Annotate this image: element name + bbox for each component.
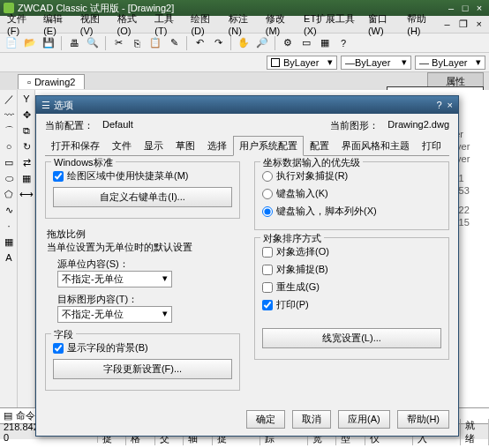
dialog-buttons: 确定 取消 应用(A) 帮助(H)	[36, 403, 458, 436]
cmd-icon: ▤	[4, 410, 12, 422]
apply-button[interactable]: 应用(A)	[338, 410, 390, 429]
new-icon[interactable]: 📄	[4, 35, 19, 51]
point-icon[interactable]: ·	[2, 219, 16, 233]
chk-sort-regen[interactable]: 重生成(G)	[262, 280, 441, 294]
match-icon[interactable]: ✎	[166, 35, 182, 51]
radio-keyboard[interactable]: 键盘输入(K)	[262, 187, 441, 200]
open-icon[interactable]: 📂	[22, 35, 38, 51]
linetype-select[interactable]: — ByLayer ▾	[341, 56, 411, 70]
sb-ready[interactable]: 就绪	[461, 419, 489, 445]
dialog-help-icon[interactable]: ?	[436, 100, 441, 110]
tool3-icon[interactable]: ▦	[317, 35, 333, 51]
dialog-title: 选项	[54, 99, 73, 112]
menu-et[interactable]: ET扩展工具(X)	[300, 11, 363, 38]
pan-icon[interactable]: ✋	[236, 35, 252, 51]
chk-field-bg[interactable]: 显示字段的背景(B)	[53, 341, 232, 355]
tab-draft[interactable]: 草图	[169, 136, 201, 155]
group-drag-scale: 拖放比例 当单位设置为无单位时的默认设置 源单位内容(S)： 不指定-无单位▾ …	[45, 226, 240, 325]
dialog-icon: ☰	[41, 100, 50, 111]
ok-button[interactable]: 确定	[246, 410, 285, 429]
zoom-icon[interactable]: 🔎	[254, 35, 270, 51]
menu-modify[interactable]: 修改(M)	[262, 11, 298, 38]
src-unit-select[interactable]: 不指定-无单位▾	[57, 271, 172, 287]
tgt-unit-select[interactable]: 不指定-无单位▾	[57, 306, 172, 323]
undo-icon[interactable]: ↶	[192, 35, 207, 51]
spline-icon[interactable]: ∿	[2, 203, 16, 217]
tab-profiles[interactable]: 配置	[304, 136, 335, 155]
radio-osnap[interactable]: 执行对象捕捉(R)	[262, 169, 441, 183]
tab-user-pref[interactable]: 用户系统配置	[233, 136, 304, 156]
properties-toolbar: ByLayer ▾ — ByLayer ▾ — ByLayer ▾	[0, 53, 489, 72]
print-icon[interactable]: 🖶	[66, 35, 82, 51]
doc-tab-drawing2[interactable]: ▫ Drawing2	[18, 74, 85, 89]
tab-open-save[interactable]: 打开和保存	[45, 136, 106, 155]
maximize-icon[interactable]: □	[459, 3, 471, 13]
cut-icon[interactable]: ✂	[110, 35, 126, 51]
text-icon[interactable]: A	[2, 250, 16, 265]
pline-icon[interactable]: 〰	[2, 108, 16, 122]
cancel-button[interactable]: 取消	[292, 410, 331, 429]
tool-icon[interactable]: ⚙	[280, 35, 296, 51]
paste-icon[interactable]: 📋	[147, 35, 163, 51]
dialog-close-icon[interactable]: ×	[448, 100, 453, 110]
group-fields: 字段 显示字段的背景(B) 字段更新设置(F)...	[45, 333, 240, 391]
mirror-icon[interactable]: ⇄	[19, 155, 34, 169]
ellipse-icon[interactable]: ⬭	[2, 171, 16, 185]
src-unit-label: 源单位内容(S)：	[57, 258, 238, 271]
menu-format[interactable]: 格式(O)	[114, 11, 150, 38]
close-icon[interactable]: ×	[473, 3, 485, 13]
rect-icon[interactable]: ▭	[2, 155, 16, 169]
current-profile-label: 当前配置：	[45, 119, 94, 132]
hatch-icon[interactable]: ▦	[2, 235, 16, 249]
tab-print[interactable]: 打印	[416, 136, 448, 155]
menu-file[interactable]: 文件(F)	[4, 11, 38, 38]
dim-icon[interactable]: ⟷	[19, 187, 34, 201]
menu-edit[interactable]: 编辑(E)	[40, 11, 75, 38]
doc-minimize-icon[interactable]: –	[440, 17, 453, 32]
tab-display[interactable]: 显示	[138, 136, 169, 155]
tab-theme[interactable]: 界面风格和主题	[335, 136, 416, 155]
help-button[interactable]: 帮助(H)	[397, 410, 449, 429]
doc-restore-icon[interactable]: ❐	[455, 17, 471, 32]
doc-tab-label: Drawing2	[34, 77, 75, 87]
btn-field-update[interactable]: 字段更新设置(F)...	[53, 359, 232, 379]
tab-files[interactable]: 文件	[106, 136, 138, 155]
tab-select[interactable]: 选择	[201, 136, 233, 155]
copy2-icon[interactable]: ⧉	[19, 123, 34, 138]
redo-icon[interactable]: ↷	[210, 35, 226, 51]
save-icon[interactable]: 💾	[41, 35, 56, 51]
menu-draw[interactable]: 绘图(D)	[187, 11, 222, 38]
chk-shortcut-menu[interactable]: 绘图区域中使用快捷菜单(M)	[53, 169, 232, 183]
move-icon[interactable]: ✥	[19, 108, 34, 122]
copy-icon[interactable]: ⎘	[129, 35, 145, 51]
menu-view[interactable]: 视图(V)	[77, 11, 112, 38]
lineweight-select[interactable]: — ByLayer ▾	[415, 56, 485, 70]
tool2-icon[interactable]: ▭	[298, 35, 314, 51]
menu-help[interactable]: 帮助(H)	[403, 11, 439, 38]
rotate-icon[interactable]: ↻	[19, 139, 34, 153]
minimize-icon[interactable]: –	[445, 3, 457, 13]
chk-sort-snap[interactable]: 对象捕捉(B)	[262, 263, 441, 276]
chk-sort-print[interactable]: 打印(P)	[262, 298, 441, 311]
dialog-titlebar: ☰ 选项 ? ×	[36, 96, 458, 114]
table-icon[interactable]: ▦	[19, 171, 34, 185]
current-drawing-value: Drawing2.dwg	[387, 119, 449, 132]
menu-window[interactable]: 窗口(W)	[365, 11, 402, 38]
chk-sort-select[interactable]: 对象选择(O)	[262, 245, 441, 258]
btn-rightclick-custom[interactable]: 自定义右键单击(I)...	[53, 187, 232, 207]
btn-lineweight[interactable]: 线宽设置(L)...	[262, 328, 441, 348]
menu-bar: 文件(F) 编辑(E) 视图(V) 格式(O) 工具(T) 绘图(D) 标注(N…	[0, 16, 489, 34]
arc-icon[interactable]: ⌒	[2, 123, 16, 138]
group-drag-title: 拖放比例	[47, 228, 238, 241]
preview-icon[interactable]: 🔍	[85, 35, 101, 51]
help-icon[interactable]: ?	[335, 35, 351, 51]
poly-icon[interactable]: ⬠	[2, 187, 16, 201]
color-select[interactable]: ByLayer ▾	[267, 56, 337, 70]
menu-tools[interactable]: 工具(T)	[151, 11, 185, 38]
menu-dim[interactable]: 标注(N)	[225, 11, 260, 38]
doc-close-icon[interactable]: ×	[473, 17, 485, 32]
radio-keyboard-ex[interactable]: 键盘输入，脚本列外(X)	[262, 205, 441, 218]
circle-icon[interactable]: ○	[2, 139, 16, 153]
line-icon[interactable]: ／	[2, 92, 16, 106]
group-windows-std-title: Windows标准	[51, 156, 116, 169]
